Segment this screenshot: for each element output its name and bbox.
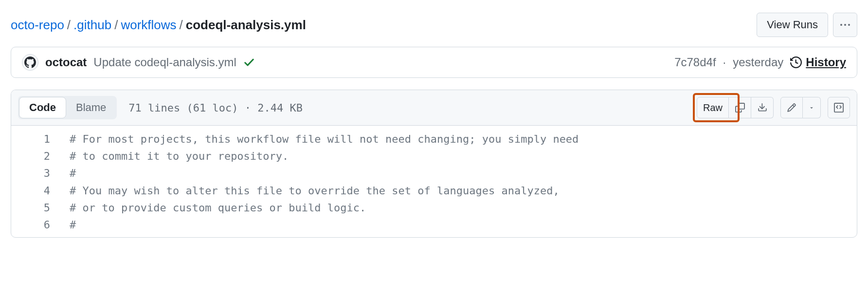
view-runs-button[interactable]: View Runs — [757, 13, 828, 37]
history-link[interactable]: History — [790, 56, 846, 69]
breadcrumb-row: octo-repo / .github / workflows / codeql… — [11, 8, 857, 47]
commit-time: yesterday — [733, 56, 783, 69]
code-line: 3 # — [11, 165, 857, 182]
symbols-icon — [834, 103, 844, 113]
raw-button-group: Raw — [697, 97, 774, 118]
line-text: # — [70, 216, 76, 233]
line-number[interactable]: 2 — [11, 148, 70, 165]
commit-sha[interactable]: 7c78d4f — [674, 56, 716, 69]
breadcrumb-sep: / — [177, 18, 186, 33]
history-icon — [790, 56, 802, 68]
latest-commit-box: octocat Update codeql-analysis.yml 7c78d… — [11, 47, 857, 78]
line-text: # — [70, 165, 76, 182]
history-label: History — [806, 56, 846, 69]
line-text: # You may wish to alter this file to ove… — [70, 182, 560, 199]
code-line: 4 # You may wish to alter this file to o… — [11, 182, 857, 199]
raw-button[interactable]: Raw — [697, 97, 729, 118]
line-number[interactable]: 4 — [11, 182, 70, 199]
tab-blame[interactable]: Blame — [66, 97, 116, 118]
pencil-icon — [787, 103, 796, 113]
edit-button[interactable] — [780, 97, 803, 118]
commit-author[interactable]: octocat — [45, 56, 87, 69]
tab-code[interactable]: Code — [19, 97, 66, 118]
commit-message[interactable]: Update codeql-analysis.yml — [93, 56, 236, 69]
code-line: 5 # or to provide custom queries or buil… — [11, 199, 857, 216]
kebab-icon — [840, 24, 850, 26]
commit-sep: · — [723, 56, 726, 69]
code-blame-tabs: Code Blame — [18, 96, 117, 119]
author-avatar[interactable] — [22, 54, 38, 71]
octocat-avatar-icon — [24, 56, 36, 68]
breadcrumb-repo[interactable]: octo-repo — [11, 18, 64, 33]
caret-down-icon — [809, 105, 814, 111]
breadcrumb-github[interactable]: .github — [73, 18, 111, 33]
download-icon — [758, 103, 767, 113]
check-icon[interactable] — [243, 56, 255, 68]
line-text: # to commit it to your repository. — [70, 148, 289, 165]
line-number[interactable]: 3 — [11, 165, 70, 182]
copy-button[interactable] — [729, 97, 751, 118]
code-line: 6 # — [11, 216, 857, 233]
view-runs-label: View Runs — [767, 19, 818, 31]
line-text: # For most projects, this workflow file … — [70, 131, 579, 148]
copy-icon — [735, 103, 745, 113]
edit-button-group — [780, 97, 821, 118]
file-info: 71 lines (61 loc) · 2.44 KB — [128, 102, 303, 114]
code-line: 1 # For most projects, this workflow fil… — [11, 131, 857, 148]
line-number[interactable]: 6 — [11, 216, 70, 233]
line-text: # or to provide custom queries or build … — [70, 199, 366, 216]
breadcrumb: octo-repo / .github / workflows / codeql… — [11, 18, 306, 33]
code-line: 2 # to commit it to your repository. — [11, 148, 857, 165]
edit-dropdown-button[interactable] — [803, 97, 821, 118]
code-box: Code Blame 71 lines (61 loc) · 2.44 KB R… — [11, 90, 857, 238]
line-number[interactable]: 5 — [11, 199, 70, 216]
raw-label: Raw — [703, 102, 723, 113]
breadcrumb-sep: / — [111, 18, 121, 33]
symbols-button[interactable] — [828, 97, 850, 118]
kebab-menu-button[interactable] — [833, 13, 857, 37]
code-toolbar: Code Blame 71 lines (61 loc) · 2.44 KB R… — [11, 90, 857, 126]
breadcrumb-file: codeql-analysis.yml — [186, 18, 306, 33]
breadcrumb-sep: / — [64, 18, 73, 33]
code-content: 1 # For most projects, this workflow fil… — [11, 126, 857, 237]
line-number[interactable]: 1 — [11, 131, 70, 148]
breadcrumb-workflows[interactable]: workflows — [121, 18, 176, 33]
download-button[interactable] — [751, 97, 774, 118]
